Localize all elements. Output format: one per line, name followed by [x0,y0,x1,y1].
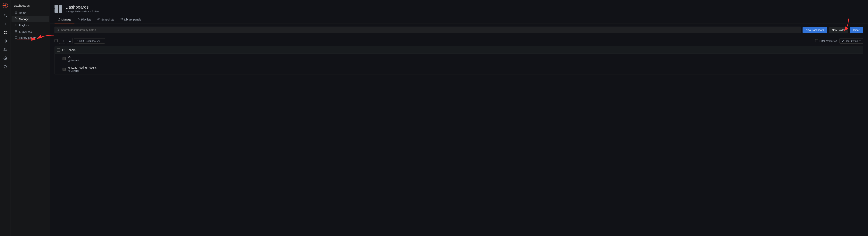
svg-point-1 [4,4,6,6]
svg-point-18 [16,31,17,32]
svg-rect-22 [16,38,17,38]
folder-icon [62,48,65,52]
search-icon [57,28,59,31]
library-panels-icon [14,36,18,39]
tab-library-panels-icon [120,18,123,21]
svg-rect-11 [6,31,7,32]
sidebar-item-snapshots[interactable]: Snapshots [11,29,49,35]
search-bar [55,27,801,33]
main-content: Dashboards Manage dashboards and folders… [50,0,868,236]
item-k6-folder-name: General [70,59,79,62]
sidebar-item-library-panels-label: Library panels [19,36,36,39]
sidebar-item-manage[interactable]: Manage [11,16,49,22]
svg-rect-26 [122,19,123,19]
icon-sidebar [0,0,11,236]
item-k6-name: k6 [68,56,861,59]
expanded-sidebar: Dashboards Home Manage Playlists [11,0,50,236]
table-row[interactable]: k6 Load Testing Results General [55,64,863,74]
dashboards-nav-icon[interactable] [2,29,9,36]
svg-point-6 [4,14,6,16]
folder-general-name: General [66,48,76,52]
item-k6-load-folder: General [68,70,861,72]
snapshots-icon [14,30,18,33]
page-title: Dashboards [65,5,99,10]
svg-rect-13 [6,33,7,34]
filter-starred-checkbox[interactable] [815,39,818,42]
dashboard-table: General k6 General [55,46,863,74]
search-input[interactable] [55,27,801,33]
sidebar-item-home[interactable]: Home [11,10,49,16]
svg-rect-21 [15,38,16,38]
svg-rect-12 [4,33,5,34]
svg-rect-25 [121,19,122,19]
import-button[interactable]: Import [850,27,863,33]
sidebar-item-playlists-label: Playlists [19,24,29,27]
config-nav-icon[interactable] [2,55,9,62]
page-header: Dashboards Manage dashboards and folders [50,0,868,16]
sidebar-item-playlists[interactable]: Playlists [11,22,49,28]
manage-icon [14,18,18,21]
tab-playlists[interactable]: Playlists [74,16,94,24]
svg-point-29 [57,29,58,30]
grafana-logo[interactable] [2,2,8,9]
tab-snapshots-icon [97,18,100,21]
tab-manage-icon [58,18,60,21]
page-subtitle: Manage dashboards and folders [65,10,99,13]
svg-point-24 [98,19,99,20]
table-row[interactable]: k6 General [55,54,863,64]
item-k6-checkbox[interactable] [63,57,66,60]
svg-rect-20 [16,37,17,37]
filter-right: Filter by starred Filter by tag [815,38,863,43]
tab-bar: Manage Playlists Snapshots [50,16,868,24]
tab-manage-label: Manage [61,18,71,21]
alerting-nav-icon[interactable] [2,46,9,53]
add-nav-icon[interactable] [2,20,9,27]
tab-library-panels[interactable]: Library panels [117,16,145,24]
item-k6-load-folder-name: General [70,70,79,72]
new-dashboard-button[interactable]: New Dashboard [803,27,827,33]
tab-snapshots[interactable]: Snapshots [94,16,117,24]
svg-marker-23 [78,19,80,20]
filter-tag-label: Filter by tag [845,39,858,42]
svg-line-7 [6,16,7,16]
filter-row: Sort (Default A–Z) Filter by starred Fil… [55,36,863,46]
explore-nav-icon[interactable] [2,37,9,44]
shield-nav-icon[interactable] [2,63,9,70]
page-header-text: Dashboards Manage dashboards and folders [65,5,99,13]
folder-row-general[interactable]: General [55,46,863,54]
tab-playlists-icon [78,18,80,21]
svg-marker-15 [5,40,6,42]
list-view-button[interactable] [67,38,72,44]
home-icon [14,11,18,14]
search-nav-icon[interactable] [2,12,9,19]
item-folder-icon [68,70,70,72]
folder-view-button[interactable] [59,38,65,44]
sort-select[interactable]: Sort (Default A–Z) [74,38,105,43]
svg-rect-28 [122,20,123,20]
content-area: Sort (Default A–Z) Filter by starred Fil… [50,36,868,74]
svg-rect-5 [7,5,7,6]
item-folder-icon [68,60,70,62]
new-folder-button[interactable]: New Folder [829,27,848,33]
sidebar-item-snapshots-label: Snapshots [19,30,32,33]
svg-rect-3 [5,7,5,8]
sort-label: Sort (Default A–Z) [79,39,100,42]
page-header-icon [55,5,62,13]
tab-snapshots-label: Snapshots [101,18,114,21]
svg-rect-19 [15,37,16,37]
toolbar: New Dashboard New Folder Import [50,24,868,36]
sidebar-item-library-panels[interactable]: Library panels [11,35,49,41]
tab-manage[interactable]: Manage [55,16,74,24]
tab-library-panels-label: Library panels [124,18,141,21]
playlists-icon [14,24,18,27]
folder-general-checkbox[interactable] [57,48,60,52]
filter-tag[interactable]: Filter by tag [839,38,863,43]
filter-starred[interactable]: Filter by starred [815,39,837,42]
svg-rect-27 [121,20,122,20]
select-all-checkbox[interactable] [55,39,58,42]
item-k6-load-checkbox[interactable] [63,68,66,71]
svg-rect-4 [3,5,4,6]
folder-expand-icon[interactable] [858,48,861,52]
tab-playlists-label: Playlists [81,18,91,21]
svg-line-30 [58,30,59,31]
